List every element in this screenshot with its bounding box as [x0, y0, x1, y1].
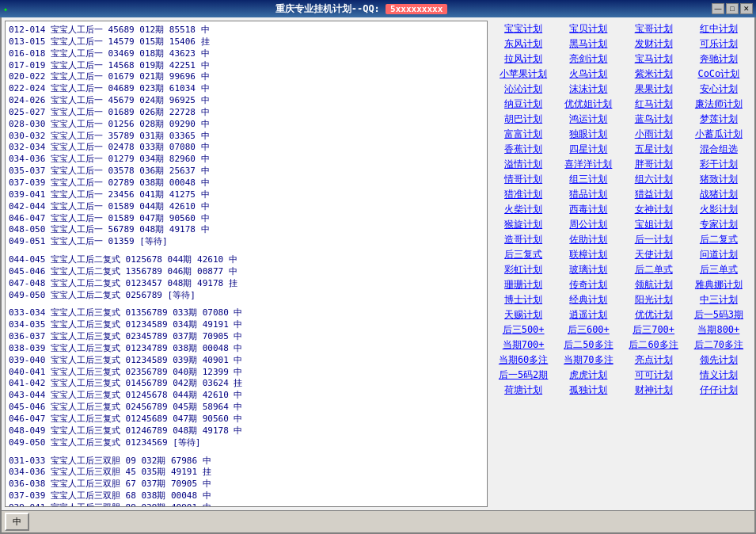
plan-link[interactable]: 传奇计划 [557, 278, 619, 292]
plan-link[interactable]: 奔驰计划 [688, 52, 750, 66]
plan-link[interactable]: 情义计划 [688, 368, 750, 382]
plan-link[interactable]: 火鸟计划 [557, 67, 619, 81]
plan-link[interactable]: 宝姐计划 [623, 218, 685, 231]
minimize-button[interactable]: — [712, 3, 724, 14]
plan-link[interactable]: 胖哥计划 [623, 158, 685, 171]
plan-link[interactable]: 东风计划 [492, 37, 554, 51]
plan-link[interactable]: 沫沫计划 [557, 82, 619, 96]
plan-link[interactable]: 富富计划 [492, 128, 554, 141]
plan-link[interactable]: 沁沁计划 [492, 82, 554, 96]
plan-link[interactable]: 雅典娜计划 [688, 278, 750, 292]
plan-link[interactable]: 组六计划 [623, 173, 685, 186]
plan-link[interactable]: 当期70多注 [557, 353, 619, 367]
left-panel[interactable]: 012-014 宝宝人工后一 45689 012期 85518 中013-015… [5, 21, 488, 507]
plan-link[interactable]: 西毒计划 [557, 203, 619, 216]
plan-link[interactable]: 亮剑计划 [557, 52, 619, 66]
plan-link[interactable]: 紫米计划 [623, 67, 685, 81]
plan-link[interactable]: 廉法师计划 [688, 97, 750, 111]
plan-link[interactable]: 造哥计划 [492, 233, 554, 246]
plan-link[interactable]: 仔仔计划 [688, 383, 750, 397]
plan-link[interactable]: 独眼计划 [557, 128, 619, 141]
plan-link[interactable]: 天赐计划 [492, 308, 554, 322]
plan-link[interactable]: 鸿运计划 [557, 113, 619, 126]
plan-link[interactable]: 当期800+ [688, 323, 750, 337]
plan-link[interactable]: 拉风计划 [492, 52, 554, 66]
plan-link[interactable]: 红马计划 [623, 97, 685, 111]
plan-link[interactable]: 小苹果计划 [492, 67, 554, 81]
plan-link[interactable]: 猎品计划 [557, 188, 619, 201]
plan-link[interactable]: 后一计划 [623, 233, 685, 246]
plan-link[interactable]: 问道计划 [688, 248, 750, 261]
plan-link[interactable]: 后二60多注 [623, 338, 685, 352]
plan-link[interactable]: CoCo计划 [688, 67, 750, 81]
plan-link[interactable]: 优优姐计划 [557, 97, 619, 111]
plan-link[interactable]: 情哥计划 [492, 173, 554, 186]
plan-link[interactable]: 联樟计划 [557, 248, 619, 261]
plan-link[interactable]: 彩虹计划 [492, 263, 554, 277]
plan-link[interactable]: 周公计划 [557, 218, 619, 231]
plan-link[interactable]: 猴旋计划 [492, 218, 554, 231]
plan-link[interactable]: 宝马计划 [623, 52, 685, 66]
plan-link[interactable]: 安心计划 [688, 82, 750, 96]
plan-link[interactable]: 火影计划 [688, 203, 750, 216]
plan-link[interactable]: 溢情计划 [492, 158, 554, 171]
plan-link[interactable]: 后一5码3期 [688, 308, 750, 322]
plan-link[interactable]: 后三单式 [688, 263, 750, 277]
plan-link[interactable]: 蓝鸟计划 [623, 113, 685, 126]
plan-link[interactable]: 后一5码2期 [492, 368, 554, 382]
plan-link[interactable]: 博士计划 [492, 293, 554, 307]
plan-link[interactable]: 梦莲计划 [688, 113, 750, 126]
plan-link[interactable]: 可乐计划 [688, 37, 750, 51]
plan-link[interactable]: 猎准计划 [492, 188, 554, 201]
plan-link[interactable]: 财神计划 [623, 383, 685, 397]
plan-link[interactable]: 亮点计划 [623, 353, 685, 367]
plan-link[interactable]: 纳豆计划 [492, 97, 554, 111]
plan-link[interactable]: 宝哥计划 [623, 22, 685, 36]
plan-link[interactable]: 女神计划 [623, 203, 685, 216]
plan-link[interactable]: 香蕉计划 [492, 143, 554, 156]
plan-link[interactable]: 宝贝计划 [557, 22, 619, 36]
close-button[interactable]: ✕ [740, 3, 753, 14]
plan-link[interactable]: 天使计划 [623, 248, 685, 261]
plan-link[interactable]: 当期60多注 [492, 353, 554, 367]
plan-link[interactable]: 红中计划 [688, 22, 750, 36]
plan-link[interactable]: 虎虎计划 [557, 368, 619, 382]
plan-link[interactable]: 猪致计划 [688, 173, 750, 186]
plan-link[interactable]: 当期700+ [492, 338, 554, 352]
plan-link[interactable]: 玻璃计划 [557, 263, 619, 277]
plan-link[interactable]: 火柴计划 [492, 203, 554, 216]
plan-link[interactable]: 中三计划 [688, 293, 750, 307]
plan-link[interactable]: 猎益计划 [623, 188, 685, 201]
plan-link[interactable]: 荷塘计划 [492, 383, 554, 397]
plan-link[interactable]: 后三600+ [557, 323, 619, 337]
plan-link[interactable]: 后二50多注 [557, 338, 619, 352]
plan-link[interactable]: 珊珊计划 [492, 278, 554, 292]
plan-link[interactable]: 发财计划 [623, 37, 685, 51]
plan-link[interactable]: 战猪计划 [688, 188, 750, 201]
plan-link[interactable]: 可可计划 [623, 368, 685, 382]
plan-link[interactable]: 后二70多注 [688, 338, 750, 352]
plan-link[interactable]: 胡巴计划 [492, 113, 554, 126]
plan-link[interactable]: 喜洋洋计划 [557, 158, 619, 171]
plan-link[interactable]: 后三700+ [623, 323, 685, 337]
plan-link[interactable]: 阳光计划 [623, 293, 685, 307]
plan-link[interactable]: 佐助计划 [557, 233, 619, 246]
center-button[interactable]: 中 [5, 513, 29, 531]
plan-link[interactable]: 逍遥计划 [557, 308, 619, 322]
plan-link[interactable]: 彩干计划 [688, 158, 750, 171]
plan-link[interactable]: 优优计划 [623, 308, 685, 322]
plan-link[interactable]: 果果计划 [623, 82, 685, 96]
plan-link[interactable]: 小雨计划 [623, 128, 685, 141]
plan-link[interactable]: 小蓄瓜计划 [688, 128, 750, 141]
plan-link[interactable]: 混合组选 [688, 143, 750, 156]
maximize-button[interactable]: □ [726, 3, 739, 14]
plan-link[interactable]: 孤独计划 [557, 383, 619, 397]
plan-link[interactable]: 黑马计划 [557, 37, 619, 51]
plan-link[interactable]: 专家计划 [688, 218, 750, 231]
plan-link[interactable]: 领先计划 [688, 353, 750, 367]
plan-link[interactable]: 后二复式 [688, 233, 750, 246]
plan-link[interactable]: 领航计划 [623, 278, 685, 292]
plan-link[interactable]: 后二单式 [623, 263, 685, 277]
plan-link[interactable]: 组三计划 [557, 173, 619, 186]
plan-link[interactable]: 五星计划 [623, 143, 685, 156]
